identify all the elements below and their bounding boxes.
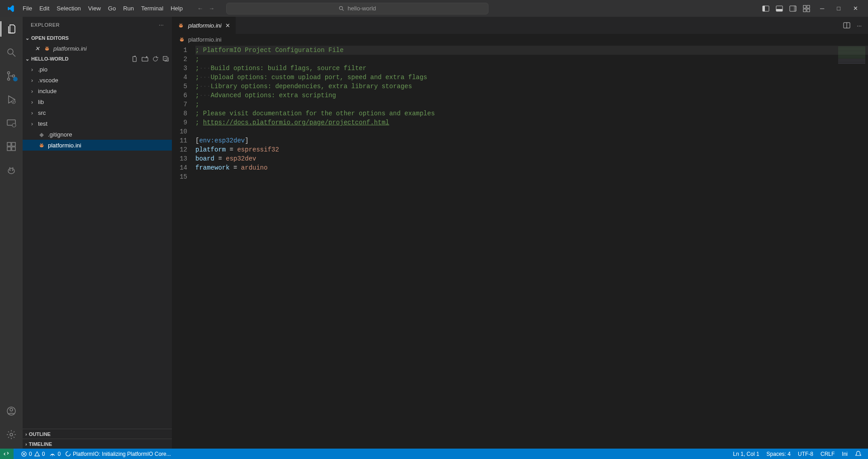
folder-header[interactable]: ⌄ HELLO-WORLD bbox=[23, 54, 172, 64]
svg-point-52 bbox=[180, 39, 181, 40]
menu-file[interactable]: File bbox=[19, 3, 36, 14]
status-bar: 0 0 0 PlatformIO: Initializing PlatformI… bbox=[0, 449, 868, 459]
menu-terminal[interactable]: Terminal bbox=[138, 3, 167, 14]
refresh-icon[interactable] bbox=[152, 56, 159, 62]
open-editor-item[interactable]: ✕ platformio.ini bbox=[23, 43, 172, 54]
timeline-header[interactable]: › TIMELINE bbox=[23, 439, 172, 449]
tree-item-test[interactable]: ›test bbox=[23, 118, 172, 129]
git-file-icon: ◆ bbox=[38, 131, 45, 138]
nav-forward-icon[interactable]: → bbox=[209, 5, 214, 12]
svg-point-32 bbox=[10, 433, 13, 436]
activity-explorer-icon[interactable] bbox=[0, 21, 22, 37]
activity-extensions-icon[interactable] bbox=[0, 139, 22, 154]
svg-point-26 bbox=[9, 170, 11, 171]
status-ports[interactable]: 0 bbox=[49, 451, 61, 457]
new-folder-icon[interactable] bbox=[142, 56, 148, 62]
activity-settings-icon[interactable] bbox=[0, 427, 22, 442]
activity-accounts-icon[interactable] bbox=[0, 403, 22, 419]
tree-label: src bbox=[38, 109, 46, 116]
nav-back-icon[interactable]: ← bbox=[197, 5, 203, 12]
menu-help[interactable]: Help bbox=[167, 3, 186, 14]
open-editors-label: OPEN EDITORS bbox=[31, 35, 69, 41]
split-editor-icon[interactable] bbox=[843, 22, 850, 29]
tree-item-include[interactable]: ›include bbox=[23, 85, 172, 96]
window-minimize-icon[interactable]: ─ bbox=[820, 5, 824, 12]
chevron-right-icon: › bbox=[29, 99, 35, 105]
outline-header[interactable]: › OUTLINE bbox=[23, 429, 172, 439]
search-placeholder: hello-world bbox=[347, 5, 376, 12]
timeline-label: TIMELINE bbox=[29, 441, 52, 447]
window-maximize-icon[interactable]: □ bbox=[837, 5, 840, 12]
platformio-file-icon bbox=[178, 36, 185, 43]
toggle-secondary-sidebar-icon[interactable] bbox=[789, 5, 797, 12]
chevron-right-icon: › bbox=[29, 120, 35, 127]
tree-label: test bbox=[38, 120, 47, 127]
close-icon[interactable]: ✕ bbox=[33, 45, 41, 52]
tree-item-pio[interactable]: ›.pio bbox=[23, 64, 172, 75]
activity-platformio-icon[interactable] bbox=[0, 162, 22, 178]
titlebar: FileEditSelectionViewGoRunTerminalHelp ←… bbox=[0, 0, 868, 17]
open-editor-label: platformio.ini bbox=[53, 45, 87, 52]
status-language[interactable]: Ini bbox=[842, 451, 848, 457]
chevron-right-icon: › bbox=[25, 431, 27, 437]
menu-view[interactable]: View bbox=[85, 3, 104, 14]
toggle-panel-icon[interactable] bbox=[776, 5, 783, 12]
menu-edit[interactable]: Edit bbox=[36, 3, 53, 14]
svg-rect-3 bbox=[763, 6, 765, 11]
svg-point-15 bbox=[8, 78, 10, 80]
command-center[interactable]: hello-world bbox=[226, 3, 489, 14]
tree-label: platformio.ini bbox=[48, 142, 81, 149]
status-encoding[interactable]: UTF-8 bbox=[798, 451, 813, 457]
menu-run[interactable]: Run bbox=[119, 3, 138, 14]
tree-label: include bbox=[38, 88, 57, 95]
svg-point-53 bbox=[182, 39, 183, 40]
svg-line-55 bbox=[182, 38, 183, 38]
tree-item-src[interactable]: ›src bbox=[23, 107, 172, 118]
activity-search-icon[interactable] bbox=[0, 45, 22, 60]
sidebar-more-icon[interactable]: ··· bbox=[159, 22, 164, 28]
status-cursor[interactable]: Ln 1, Col 1 bbox=[733, 451, 759, 457]
svg-point-0 bbox=[340, 6, 343, 9]
svg-line-47 bbox=[180, 24, 180, 24]
svg-point-12 bbox=[8, 49, 13, 54]
editor-tab[interactable]: platformio.ini ✕ bbox=[172, 17, 236, 34]
tree-item-platformioini[interactable]: platformio.ini bbox=[23, 140, 172, 151]
svg-rect-11 bbox=[807, 9, 810, 12]
folder-name-label: HELLO-WORLD bbox=[31, 56, 68, 62]
status-indent[interactable]: Spaces: 4 bbox=[767, 451, 791, 457]
status-errors[interactable]: 0 0 bbox=[21, 451, 45, 457]
status-notifications-icon[interactable] bbox=[855, 450, 862, 457]
window-close-icon[interactable]: ✕ bbox=[853, 5, 858, 12]
tree-item-gitignore[interactable]: ◆.gitignore bbox=[23, 129, 172, 140]
new-file-icon[interactable] bbox=[131, 56, 138, 62]
svg-point-46 bbox=[181, 25, 182, 26]
tab-close-icon[interactable]: ✕ bbox=[225, 22, 230, 29]
activity-scm-icon[interactable] bbox=[0, 68, 22, 84]
platformio-file-icon bbox=[43, 45, 51, 52]
collapse-all-icon[interactable] bbox=[162, 56, 169, 62]
svg-rect-8 bbox=[803, 5, 806, 8]
activity-remote-icon[interactable] bbox=[0, 115, 22, 131]
status-eol[interactable]: CRLF bbox=[821, 451, 835, 457]
remote-indicator[interactable] bbox=[0, 449, 14, 459]
customize-layout-icon[interactable] bbox=[803, 5, 810, 12]
breadcrumb-label: platformio.ini bbox=[188, 36, 222, 43]
menu-go[interactable]: Go bbox=[104, 3, 119, 14]
svg-point-57 bbox=[52, 455, 53, 456]
status-task[interactable]: PlatformIO: Initializing PlatformIO Core… bbox=[65, 451, 171, 457]
editor-more-icon[interactable]: ··· bbox=[857, 22, 862, 29]
open-editors-header[interactable]: ⌄ OPEN EDITORS bbox=[23, 33, 172, 43]
breadcrumb[interactable]: platformio.ini bbox=[172, 34, 868, 45]
code-content[interactable]: ; PlatformIO Project Configuration File;… bbox=[195, 45, 868, 449]
explorer-sidebar: EXPLORER ··· ⌄ OPEN EDITORS ✕ platformio… bbox=[23, 17, 172, 449]
tree-item-lib[interactable]: ›lib bbox=[23, 96, 172, 107]
code-editor[interactable]: 123456789101112131415 ; PlatformIO Proje… bbox=[172, 45, 868, 449]
loading-icon bbox=[65, 451, 71, 457]
minimap[interactable] bbox=[838, 47, 865, 64]
svg-point-35 bbox=[47, 48, 48, 49]
activity-debug-icon[interactable] bbox=[0, 92, 22, 107]
svg-point-51 bbox=[180, 38, 184, 42]
toggle-primary-sidebar-icon[interactable] bbox=[762, 5, 769, 12]
tree-item-vscode[interactable]: ›.vscode bbox=[23, 75, 172, 85]
menu-selection[interactable]: Selection bbox=[53, 3, 84, 14]
